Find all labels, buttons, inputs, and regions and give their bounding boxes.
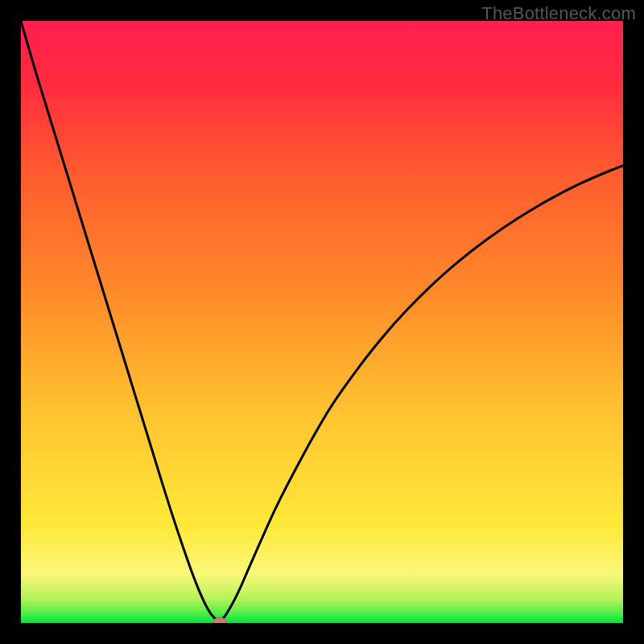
gradient-background	[21, 21, 623, 623]
watermark-text: TheBottleneck.com	[481, 3, 636, 24]
optimum-marker	[213, 617, 226, 623]
chart-frame: TheBottleneck.com	[0, 0, 644, 644]
plot-svg	[21, 21, 623, 623]
plot-area	[21, 21, 623, 623]
